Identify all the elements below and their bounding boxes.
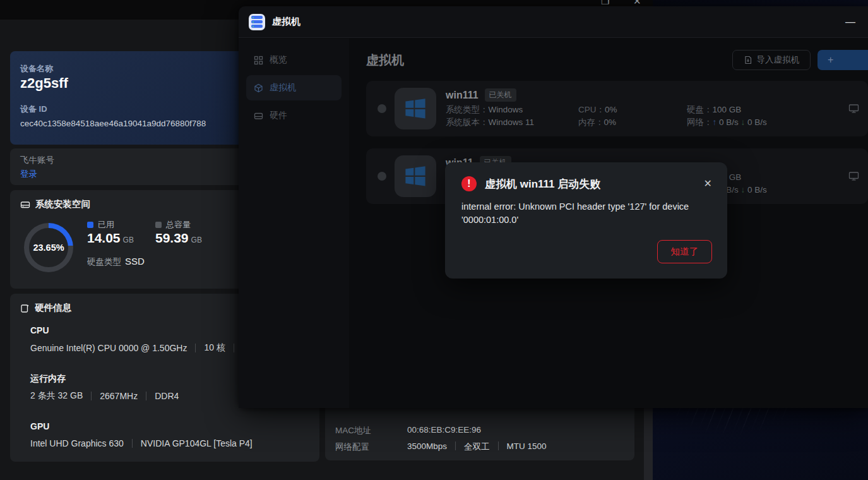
mac-address-row: MAC地址 00:68:EB:C9:EE:96 bbox=[335, 425, 481, 436]
memory-specs: 2 条共 32 GB2667MHzDDR4 bbox=[30, 390, 179, 402]
used-label: 已用 bbox=[98, 219, 114, 231]
total-label: 总容量 bbox=[166, 219, 191, 231]
create-vm-button[interactable]: + bbox=[817, 50, 868, 70]
window-title: 虚拟机 bbox=[272, 16, 300, 28]
import-icon bbox=[744, 56, 752, 64]
login-link[interactable]: 登录 bbox=[20, 169, 37, 180]
drive-icon bbox=[254, 111, 263, 121]
vm-name: win111 bbox=[446, 90, 479, 101]
windows-logo-icon bbox=[403, 164, 427, 188]
network-config-row: 网络配置 3500Mbps全双工MTU 1500 bbox=[335, 441, 547, 453]
total-unit: GB bbox=[191, 236, 202, 244]
device-id: cec40c1358e84518aee46a19041a9dd76880f788 bbox=[20, 119, 206, 128]
disk-type-row: 硬盘类型SSD bbox=[87, 256, 145, 268]
sidebar-item-label: 概览 bbox=[270, 54, 287, 66]
page-title: 虚拟机 bbox=[366, 52, 404, 69]
minimize-icon[interactable]: — bbox=[843, 16, 858, 28]
total-legend-swatch bbox=[155, 222, 162, 228]
hardware-icon bbox=[20, 303, 30, 313]
sidebar-item-label: 虚拟机 bbox=[270, 82, 296, 93]
status-dot bbox=[378, 104, 386, 113]
storage-total-value: 59.39GB bbox=[155, 231, 202, 246]
gpu-label: GPU bbox=[30, 421, 49, 431]
error-alert-icon: ! bbox=[461, 176, 477, 191]
vm-status-badge: 已关机 bbox=[485, 88, 516, 102]
divider bbox=[234, 344, 234, 352]
grid-icon bbox=[254, 56, 263, 65]
device-name: z2g5sff bbox=[20, 75, 68, 92]
modal-sidebar: 概览 虚拟机 硬件 bbox=[239, 39, 349, 408]
cube-icon bbox=[254, 83, 263, 93]
dialog-close-icon[interactable]: ✕ bbox=[704, 177, 712, 189]
account-label: 飞牛账号 bbox=[20, 155, 54, 166]
windows-logo-icon bbox=[403, 97, 427, 121]
vm-app-icon bbox=[249, 14, 265, 30]
console-monitor-icon[interactable] bbox=[848, 171, 859, 181]
os-tile bbox=[395, 88, 436, 129]
network-config-label: 网络配置 bbox=[335, 441, 407, 453]
disk-icon bbox=[20, 200, 30, 210]
storage-used-legend: 已用 bbox=[87, 219, 114, 231]
window-titlebar: 虚拟机 — bbox=[239, 6, 868, 38]
import-vm-button[interactable]: 导入虚拟机 bbox=[732, 50, 811, 70]
download-arrow-icon: ↓ bbox=[739, 117, 747, 127]
disk-type-label: 硬盘类型 bbox=[87, 257, 121, 267]
sidebar-item-overview[interactable]: 概览 bbox=[246, 47, 342, 73]
import-vm-label: 导入虚拟机 bbox=[757, 54, 800, 66]
upload-arrow-icon: ↑ bbox=[713, 117, 720, 127]
used-unit: GB bbox=[123, 236, 134, 244]
storage-total-legend: 总容量 bbox=[155, 219, 191, 231]
cpu-label: CPU bbox=[30, 325, 49, 335]
storage-card-title: 系统安装空间 bbox=[35, 198, 90, 210]
dialog-header: ! 虚拟机 win111 启动失败 bbox=[461, 176, 600, 191]
hardware-card-title: 硬件信息 bbox=[35, 302, 71, 314]
divider bbox=[146, 392, 146, 400]
storage-donut-chart: 23.65% bbox=[24, 223, 73, 272]
mac-label: MAC地址 bbox=[335, 425, 407, 436]
download-arrow-icon: ↓ bbox=[739, 185, 747, 195]
divider bbox=[91, 392, 92, 400]
divider bbox=[195, 344, 196, 352]
gpu-specs: Intel UHD Graphics 630NVIDIA GP104GL [Te… bbox=[30, 438, 253, 448]
storage-used-value: 14.05GB bbox=[87, 231, 134, 246]
device-id-label: 设备 ID bbox=[20, 104, 47, 115]
memory-label: 运行内存 bbox=[30, 373, 66, 385]
divider bbox=[498, 441, 499, 450]
dialog-title: 虚拟机 win111 启动失败 bbox=[485, 177, 600, 191]
storage-card-header: 系统安装空间 bbox=[20, 198, 90, 210]
dialog-confirm-button[interactable]: 知道了 bbox=[657, 240, 713, 263]
dialog-message: internal error: Unknown PCI header type … bbox=[461, 200, 714, 227]
storage-percent: 23.65% bbox=[33, 243, 64, 253]
device-name-label: 设备名称 bbox=[20, 63, 53, 75]
sidebar-item-hardware[interactable]: 硬件 bbox=[246, 103, 342, 128]
cpu-specs: Genuine Intel(R) CPU 0000 @ 1.50GHz10 核2… bbox=[30, 342, 272, 354]
console-monitor-icon[interactable] bbox=[848, 104, 859, 114]
divider bbox=[132, 439, 133, 448]
sidebar-item-vm[interactable]: 虚拟机 bbox=[246, 75, 342, 100]
vm-row-win111[interactable]: win111 已关机 系统类型：Windows 系统版本：Windows 11 … bbox=[366, 81, 868, 136]
hardware-card-header: 硬件信息 bbox=[20, 302, 71, 314]
disk-type-value: SSD bbox=[125, 256, 145, 267]
mac-value: 00:68:EB:C9:EE:96 bbox=[407, 425, 481, 436]
vm-start-failed-dialog: ! 虚拟机 win111 启动失败 ✕ internal error: Unkn… bbox=[445, 162, 727, 279]
status-dot bbox=[378, 172, 386, 181]
plus-icon: + bbox=[828, 54, 833, 66]
used-legend-swatch bbox=[87, 222, 93, 228]
os-tile bbox=[395, 155, 436, 197]
sidebar-item-label: 硬件 bbox=[270, 110, 287, 121]
divider bbox=[455, 441, 456, 450]
scrollbar[interactable] bbox=[644, 408, 653, 480]
